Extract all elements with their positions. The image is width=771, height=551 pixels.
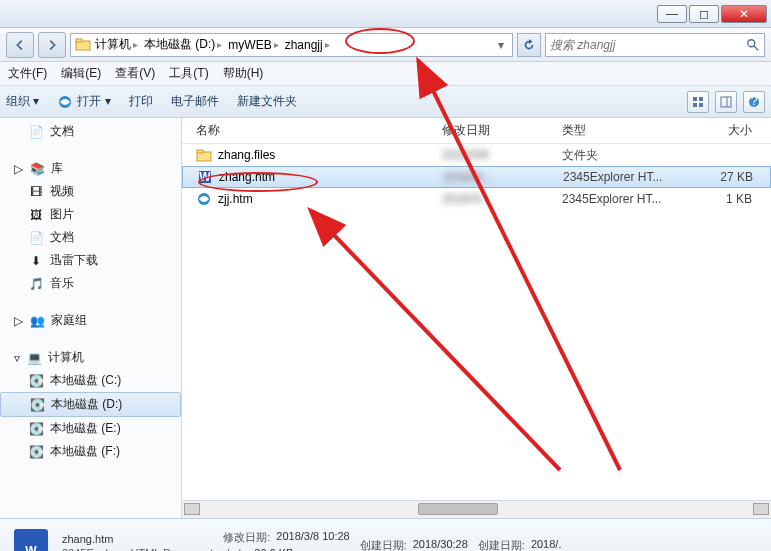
computer-icon: 💻 [26,350,42,366]
horizontal-scrollbar[interactable] [182,500,771,518]
sidebar-homegroup[interactable]: ▷👥家庭组 [0,309,181,332]
homegroup-icon: 👥 [29,313,45,329]
details-filename: zhang.htm [62,533,213,545]
open-button[interactable]: 打开 ▾ [57,93,110,110]
svg-text:W: W [199,170,211,184]
details-size-value: 26.6 KB [254,547,293,552]
sidebar-computer[interactable]: ▿💻计算机 [0,346,181,369]
search-input[interactable] [550,38,742,52]
svg-rect-7 [693,103,697,107]
details-created-value: 2018/30:28 [413,538,468,551]
sidebar-item-documents[interactable]: 📄文档 [0,226,181,249]
menu-tools[interactable]: 工具(T) [169,65,208,82]
search-icon [746,38,760,52]
svg-rect-9 [721,97,731,107]
preview-pane-button[interactable] [715,91,737,113]
svg-rect-1 [76,39,82,42]
menu-view[interactable]: 查看(V) [115,65,155,82]
document-icon: 📄 [28,230,44,246]
forward-button[interactable] [38,32,66,58]
details-created2-label: 创建日期: [478,538,525,551]
details-created-label: 创建日期: [360,538,407,551]
search-box[interactable] [545,33,765,57]
sidebar-drive-f[interactable]: 💽本地磁盘 (F:) [0,440,181,463]
new-folder-button[interactable]: 新建文件夹 [237,93,297,110]
file-date: 2018/3/... [443,170,563,184]
svg-text:W: W [25,544,37,552]
svg-rect-8 [699,103,703,107]
breadcrumb-myweb[interactable]: myWEB▸ [226,38,280,52]
help-button[interactable]: ? [743,91,765,113]
file-date: 2018/3/8 [442,148,562,162]
file-name: zjj.htm [218,192,253,206]
library-icon: 📚 [29,161,45,177]
view-options-button[interactable] [687,91,709,113]
document-icon: 📄 [28,124,44,140]
ie-icon [196,191,212,207]
menu-file[interactable]: 文件(F) [8,65,47,82]
details-mod-value: 2018/3/8 10:28 [276,530,349,545]
sidebar-item-thunder[interactable]: ⬇迅雷下载 [0,249,181,272]
file-row-zjj-htm[interactable]: zjj.htm 2018/3/... 2345Explorer HT... 1 … [182,188,771,210]
column-name[interactable]: 名称 [182,122,442,139]
column-type[interactable]: 类型 [562,122,702,139]
sidebar-item-videos[interactable]: 🎞视频 [0,180,181,203]
address-dropdown-icon[interactable]: ▾ [494,38,508,52]
music-icon: 🎵 [28,276,44,292]
details-mod-label: 修改日期: [223,530,270,545]
column-size[interactable]: 大小 [702,122,762,139]
word-large-icon: W [10,525,52,552]
svg-rect-14 [197,150,203,153]
close-button[interactable]: ✕ [721,5,767,23]
breadcrumb-computer[interactable]: 计算机▸ [93,36,140,53]
drive-icon: 💽 [29,397,45,413]
download-icon: ⬇ [28,253,44,269]
command-bar: 组织 ▾ 打开 ▾ 打印 电子邮件 新建文件夹 ? [0,86,771,118]
svg-point-2 [748,39,755,46]
email-button[interactable]: 电子邮件 [171,93,219,110]
file-name: zhang.files [218,148,275,162]
file-type: 文件夹 [562,147,702,164]
svg-text:?: ? [751,96,758,108]
details-size-label: 大小: [223,547,248,552]
maximize-button[interactable]: ◻ [689,5,719,23]
sidebar-drive-d[interactable]: 💽本地磁盘 (D:) [0,392,181,417]
word-icon: W [197,169,213,185]
scroll-right-icon[interactable] [753,503,769,515]
window-titlebar: — ◻ ✕ [0,0,771,28]
breadcrumb-zhangjj[interactable]: zhangjj▸ [283,38,332,52]
file-row-zhang-htm[interactable]: Wzhang.htm 2018/3/... 2345Explorer HT...… [182,166,771,188]
file-name: zhang.htm [219,170,275,184]
menu-edit[interactable]: 编辑(E) [61,65,101,82]
file-type: 2345Explorer HT... [563,170,703,184]
address-bar[interactable]: 计算机▸ 本地磁盘 (D:)▸ myWEB▸ zhangjj▸ ▾ [70,33,513,57]
breadcrumb-drive[interactable]: 本地磁盘 (D:)▸ [142,36,224,53]
refresh-button[interactable] [517,33,541,57]
menu-help[interactable]: 帮助(H) [223,65,264,82]
organize-button[interactable]: 组织 ▾ [6,93,39,110]
column-date[interactable]: 修改日期 [442,122,562,139]
print-button[interactable]: 打印 [129,93,153,110]
sidebar-drive-c[interactable]: 💽本地磁盘 (C:) [0,369,181,392]
scroll-left-icon[interactable] [184,503,200,515]
back-button[interactable] [6,32,34,58]
file-size: 1 KB [702,192,762,206]
sidebar-drive-e[interactable]: 💽本地磁盘 (E:) [0,417,181,440]
sidebar-item-pictures[interactable]: 🖼图片 [0,203,181,226]
file-row-folder[interactable]: zhang.files 2018/3/8 文件夹 [182,144,771,166]
sidebar-item-documents-top[interactable]: 📄文档 [0,120,181,143]
folder-icon [196,147,212,163]
scroll-thumb[interactable] [418,503,498,515]
menu-bar: 文件(F) 编辑(E) 查看(V) 工具(T) 帮助(H) [0,62,771,86]
file-type: 2345Explorer HT... [562,192,702,206]
drive-icon: 💽 [28,421,44,437]
sidebar-libraries[interactable]: ▷📚库 [0,157,181,180]
minimize-button[interactable]: — [657,5,687,23]
sidebar-item-music[interactable]: 🎵音乐 [0,272,181,295]
file-date: 2018/3/... [442,192,562,206]
svg-rect-6 [699,97,703,101]
picture-icon: 🖼 [28,207,44,223]
column-headers: 名称 修改日期 类型 大小 [182,118,771,144]
details-filetype: 2345Explorer HTML Document [62,547,213,552]
file-size: 27 KB [703,170,763,184]
